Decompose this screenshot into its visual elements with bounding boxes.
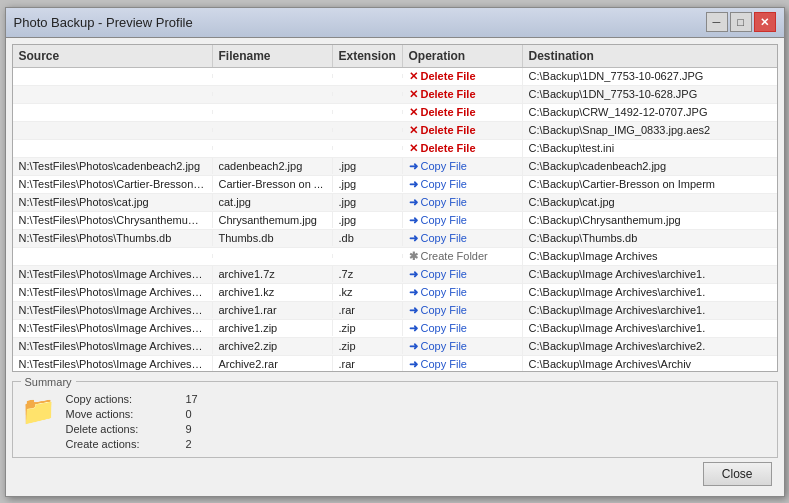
cell-extension: .jpg [333, 194, 403, 210]
table-row: N:\TestFiles\Photos\Image Archives\archi… [13, 338, 777, 356]
cell-operation: ➜ Copy File [403, 302, 523, 319]
op-icon: ✕ [409, 70, 418, 83]
cell-extension: .zip [333, 320, 403, 336]
table-row: N:\TestFiles\Photos\Image Archives\archi… [13, 266, 777, 284]
op-icon: ✕ [409, 106, 418, 119]
cell-extension: .jpg [333, 212, 403, 228]
table-row: ✱ Create Folder C:\Backup\Image Archives [13, 248, 777, 266]
cell-operation: ✕ Delete File [403, 68, 523, 85]
preview-table: Source Filename Extension Operation Dest… [12, 44, 778, 372]
cell-destination: C:\Backup\1DN_7753-10-628.JPG [523, 86, 777, 102]
op-icon: ✕ [409, 142, 418, 155]
op-icon: ➜ [409, 178, 418, 191]
cell-destination: C:\Backup\test.ini [523, 140, 777, 156]
table-row: N:\TestFiles\Photos\Image Archives\archi… [13, 302, 777, 320]
table-row: N:\TestFiles\Photos\Cartier-Bresson on I… [13, 176, 777, 194]
table-body[interactable]: ✕ Delete File C:\Backup\1DN_7753-10-0627… [13, 68, 777, 371]
summary-stat-label: Copy actions: [66, 392, 186, 406]
op-icon: ➜ [409, 358, 418, 371]
op-label: Copy File [421, 340, 467, 352]
cell-source: N:\TestFiles\Photos\Cartier-Bresson on I… [13, 176, 213, 192]
table-row: N:\TestFiles\Photos\cat.jpg cat.jpg .jpg… [13, 194, 777, 212]
cell-source: N:\TestFiles\Photos\cat.jpg [13, 194, 213, 210]
cell-operation: ➜ Copy File [403, 194, 523, 211]
col-extension: Extension [333, 45, 403, 67]
cell-filename: archive1.zip [213, 320, 333, 336]
cell-operation: ➜ Copy File [403, 176, 523, 193]
cell-filename [213, 92, 333, 96]
cell-filename: Archive2.rar [213, 356, 333, 371]
table-header: Source Filename Extension Operation Dest… [13, 45, 777, 68]
close-button[interactable]: Close [703, 462, 772, 486]
op-icon: ✕ [409, 88, 418, 101]
cell-destination: C:\Backup\Image Archives [523, 248, 777, 264]
cell-filename [213, 254, 333, 258]
col-filename: Filename [213, 45, 333, 67]
cell-source: N:\TestFiles\Photos\Thumbs.db [13, 230, 213, 246]
title-bar: Photo Backup - Preview Profile ─ □ ✕ [6, 8, 784, 38]
summary-section: Summary 📁 Copy actions:17Move actions:0D… [12, 376, 778, 458]
op-label: Copy File [421, 160, 467, 172]
cell-extension: .jpg [333, 158, 403, 174]
op-icon: ➜ [409, 322, 418, 335]
minimize-button[interactable]: ─ [706, 12, 728, 32]
op-icon: ➜ [409, 286, 418, 299]
cell-operation: ➜ Copy File [403, 158, 523, 175]
summary-stat-label: Delete actions: [66, 422, 186, 436]
cell-source [13, 110, 213, 114]
cell-destination: C:\Backup\cat.jpg [523, 194, 777, 210]
cell-operation: ✕ Delete File [403, 140, 523, 157]
cell-operation: ➜ Copy File [403, 266, 523, 283]
cell-operation: ➜ Copy File [403, 284, 523, 301]
cell-extension: .rar [333, 356, 403, 371]
summary-stats: Copy actions:17Move actions:0Delete acti… [66, 392, 216, 451]
table-row: N:\TestFiles\Photos\Thumbs.db Thumbs.db … [13, 230, 777, 248]
cell-destination: C:\Backup\Snap_IMG_0833.jpg.aes2 [523, 122, 777, 138]
cell-operation: ✱ Create Folder [403, 248, 523, 265]
op-icon: ➜ [409, 160, 418, 173]
title-bar-buttons: ─ □ ✕ [706, 12, 776, 32]
op-label: Copy File [421, 196, 467, 208]
cell-destination: C:\Backup\Image Archives\archive1. [523, 266, 777, 282]
op-icon: ➜ [409, 214, 418, 227]
cell-filename: Thumbs.db [213, 230, 333, 246]
cell-source [13, 254, 213, 258]
cell-destination: C:\Backup\Cartier-Bresson on Imperm [523, 176, 777, 192]
cell-extension [333, 110, 403, 114]
op-label: Copy File [421, 304, 467, 316]
cell-filename: archive2.zip [213, 338, 333, 354]
cell-filename: Cartier-Bresson on ... [213, 176, 333, 192]
bottom-bar: Close [12, 458, 778, 490]
cell-source: N:\TestFiles\Photos\Image Archives\archi… [13, 320, 213, 336]
window-close-button[interactable]: ✕ [754, 12, 776, 32]
cell-source: N:\TestFiles\Photos\Image Archives\archi… [13, 266, 213, 282]
cell-destination: C:\Backup\Image Archives\Archiv [523, 356, 777, 371]
op-label: Copy File [421, 286, 467, 298]
summary-stat-value: 9 [186, 422, 216, 436]
table-row: ✕ Delete File C:\Backup\1DN_7753-10-628.… [13, 86, 777, 104]
cell-operation: ✕ Delete File [403, 86, 523, 103]
maximize-button[interactable]: □ [730, 12, 752, 32]
cell-source [13, 146, 213, 150]
cell-operation: ➜ Copy File [403, 230, 523, 247]
summary-legend: Summary [21, 376, 76, 388]
cell-extension: .jpg [333, 176, 403, 192]
cell-extension: .zip [333, 338, 403, 354]
op-icon: ➜ [409, 232, 418, 245]
table-row: ✕ Delete File C:\Backup\CRW_1492-12-0707… [13, 104, 777, 122]
cell-destination: C:\Backup\cadenbeach2.jpg [523, 158, 777, 174]
op-label: Delete File [421, 70, 476, 82]
cell-extension: .kz [333, 284, 403, 300]
cell-destination: C:\Backup\CRW_1492-12-0707.JPG [523, 104, 777, 120]
op-icon: ✱ [409, 250, 418, 263]
cell-operation: ➜ Copy File [403, 212, 523, 229]
op-label: Delete File [421, 88, 476, 100]
cell-destination: C:\Backup\Thumbs.db [523, 230, 777, 246]
op-label: Copy File [421, 178, 467, 190]
cell-operation: ✕ Delete File [403, 122, 523, 139]
table-row: N:\TestFiles\Photos\Chrysanthemum.jpg Ch… [13, 212, 777, 230]
cell-destination: C:\Backup\Image Archives\archive1. [523, 320, 777, 336]
cell-filename [213, 128, 333, 132]
table-row: N:\TestFiles\Photos\cadenbeach2.jpg cade… [13, 158, 777, 176]
cell-filename [213, 146, 333, 150]
